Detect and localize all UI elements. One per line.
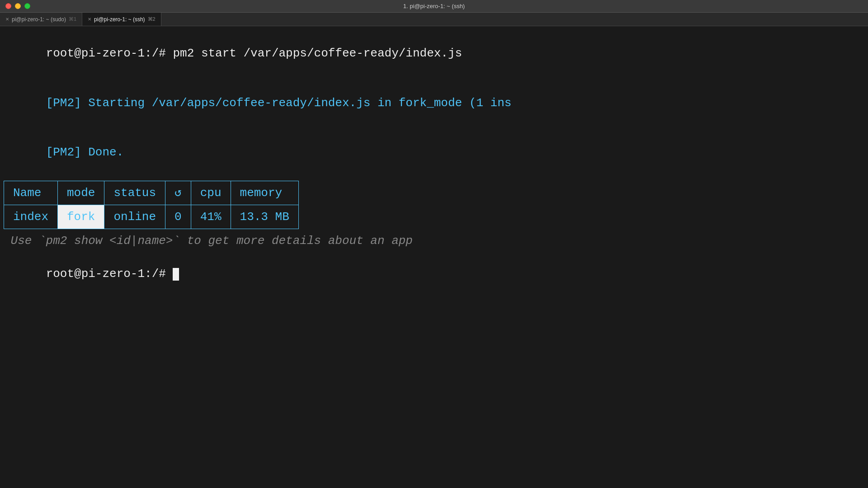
col-status: status [104, 181, 165, 205]
command-text: pm2 start /var/apps/coffee-ready/index.j… [166, 47, 462, 60]
tabs-bar: ✕ pi@pi-zero-1: ~ (sudo) ⌘1 ✕ pi@pi-zero… [0, 13, 868, 26]
tab-2[interactable]: ✕ pi@pi-zero-1: ~ (ssh) ⌘2 [82, 13, 161, 26]
tab-2-close[interactable]: ✕ [88, 17, 91, 22]
pm2-output-line-2: [PM2] Done. [4, 127, 864, 177]
command-line: root@pi-zero-1:/# pm2 start /var/apps/co… [4, 29, 864, 78]
pm2-tag-1: [PM2] [46, 96, 81, 110]
cursor [173, 268, 179, 281]
prompt-1: root@pi-zero-1:/# [46, 47, 166, 60]
terminal-content[interactable]: root@pi-zero-1:/# pm2 start /var/apps/co… [0, 26, 868, 488]
cell-name: index [4, 205, 58, 229]
tab-1-label: pi@pi-zero-1: ~ (sudo) [12, 16, 66, 23]
minimize-button[interactable] [15, 3, 21, 9]
tab-1-shortcut: ⌘1 [69, 16, 76, 22]
tab-2-label: pi@pi-zero-1: ~ (ssh) [94, 16, 145, 23]
prompt-line-2: root@pi-zero-1:/# [4, 249, 864, 299]
table-header-row: Name mode status ↺ cpu memory [4, 181, 299, 205]
tab-1-close[interactable]: ✕ [5, 17, 9, 22]
window-title: 1. pi@pi-zero-1: ~ (ssh) [403, 3, 465, 9]
col-mode: mode [58, 181, 104, 205]
cell-cpu: 41% [191, 205, 231, 229]
cell-status: online [104, 205, 165, 229]
title-bar: 1. pi@pi-zero-1: ~ (ssh) [0, 0, 868, 13]
cell-mode: fork [58, 205, 104, 229]
cell-memory: 13.3 MB [231, 205, 298, 229]
pm2-output-line-1: [PM2] Starting /var/apps/coffee-ready/in… [4, 78, 864, 127]
pm2-message-1: Starting /var/apps/coffee-ready/index.js… [81, 96, 512, 110]
tab-2-shortcut: ⌘2 [148, 16, 156, 22]
close-button[interactable] [5, 3, 11, 9]
table-row: index fork online 0 41% 13.3 MB [4, 205, 299, 229]
col-cpu: cpu [191, 181, 231, 205]
maximize-button[interactable] [24, 3, 30, 9]
pm2-table: Name mode status ↺ cpu memory index fork… [4, 181, 299, 230]
prompt-2: root@pi-zero-1:/# [46, 267, 166, 281]
col-memory: memory [231, 181, 298, 205]
traffic-lights [5, 3, 30, 9]
hint-line: Use `pm2 show <id|name>` to get more det… [4, 234, 413, 248]
col-name: Name [4, 181, 58, 205]
terminal-window: 1. pi@pi-zero-1: ~ (ssh) ✕ pi@pi-zero-1:… [0, 0, 868, 488]
prompt-space [166, 267, 173, 281]
tab-1[interactable]: ✕ pi@pi-zero-1: ~ (sudo) ⌘1 [0, 13, 82, 26]
pm2-done-msg: Done. [81, 145, 124, 159]
cell-restarts: 0 [165, 205, 191, 229]
col-restart: ↺ [165, 181, 191, 205]
pm2-tag-2: [PM2] [46, 145, 81, 159]
